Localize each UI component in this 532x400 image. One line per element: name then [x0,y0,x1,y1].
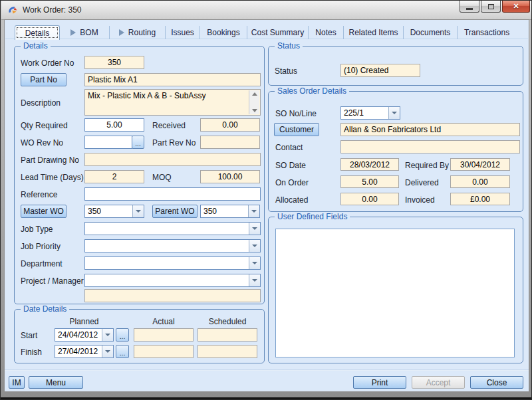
dropdown-icon [251,210,257,213]
master-wo-button[interactable]: Master WO [21,205,66,218]
department-combobox[interactable] [84,256,261,270]
master-wo-combobox[interactable]: 350 [84,205,144,218]
dropdown-icon [392,112,397,114]
close-button[interactable]: Close [470,376,523,389]
customer-button[interactable]: Customer [274,123,319,136]
status-field: (10) Created [340,64,420,77]
tab-label: Related Items [348,28,398,37]
customer-field: Allan & Son Fabricators Ltd [340,123,520,136]
description-field[interactable]: Mix - Plastic Mix A & B - SubAssy [84,89,261,116]
dropdown-button[interactable] [249,223,260,235]
job-priority-combobox[interactable] [84,239,261,252]
part-drawing-no-label: Part Drawing No [21,155,79,165]
tab-routing[interactable]: Routing [109,26,165,39]
so-date-label: SO Date [275,161,306,170]
finish-actual-field [134,345,194,358]
menu-button[interactable]: Menu [29,376,83,389]
status-group-title: Status [275,41,303,50]
minimize-button[interactable] [460,1,479,13]
parent-wo-button[interactable]: Parent WO [152,205,198,218]
tab-bookings[interactable]: Bookings [200,26,247,39]
scroll-up-icon[interactable] [252,92,257,96]
dropdown-icon [252,262,257,264]
tab-bom[interactable]: BOM [60,26,109,39]
part-no-button[interactable]: Part No [21,73,66,86]
tab-details[interactable]: Details [15,25,60,40]
finish-planned-datepicker[interactable]: 27/04/2012 [55,345,114,358]
date-details-group-title: Date Details [21,304,69,314]
start-actual-field [134,328,194,342]
dropdown-button[interactable] [388,107,400,119]
dropdown-button[interactable] [102,329,113,341]
actual-column-header: Actual [134,317,194,326]
so-no-line-label: SO No/Line [275,109,317,118]
so-no-line-combobox[interactable]: 225/1 [340,106,400,120]
tab-cost-summary[interactable]: Cost Summary [247,26,308,39]
project-manager-combobox[interactable] [84,274,261,287]
maximize-button[interactable] [481,1,501,13]
so-no-line-value: 225/1 [341,107,388,119]
wo-rev-no-browse-button[interactable]: ... [132,136,144,149]
start-browse-button[interactable]: ... [116,328,129,342]
on-order-label: On Order [275,178,309,187]
dropdown-button[interactable] [249,257,260,269]
project-manager-label: Project / Manager [21,276,84,286]
scroll-down-icon[interactable] [252,109,257,112]
dropdown-icon [105,350,110,353]
reference-input[interactable] [84,187,261,201]
allocated-label: Allocated [275,195,308,205]
description-label: Description [21,98,61,108]
tab-related-items[interactable]: Related Items [343,26,403,39]
wo-rev-no-input[interactable] [84,136,132,149]
dropdown-button[interactable] [249,274,260,286]
so-date-field: 28/03/2012 [340,158,399,171]
lead-time-label: Lead Time (Days) [21,173,84,182]
im-button[interactable]: IM [9,376,25,389]
start-planned-value: 24/04/2012 [55,329,102,341]
work-order-window: Work Order: 350 ✕ Details BOM Routing Is… [0,0,532,400]
print-button[interactable]: Print [353,376,406,389]
contact-label: Contact [275,143,303,152]
tab-notes[interactable]: Notes [308,26,343,39]
tab-arrow-icon [119,29,124,36]
required-by-label: Required By [405,161,449,170]
master-wo-value: 350 [85,205,132,217]
finish-planned-value: 27/04/2012 [55,346,102,357]
tab-issues[interactable]: Issues [165,26,200,39]
app-icon [7,5,18,15]
tab-documents[interactable]: Documents [403,26,457,39]
invoiced-field: £0.00 [450,193,510,205]
dropdown-button[interactable] [248,205,259,217]
department-label: Department [21,259,63,268]
tab-label: Issues [171,28,194,37]
close-window-button[interactable]: ✕ [502,1,530,13]
sales-order-group-title: Sales Order Details [275,86,349,96]
moq-label: MOQ [152,173,172,182]
footer-divider [5,369,529,371]
part-rev-no-label: Part Rev No [152,138,196,148]
minimize-icon [466,8,473,10]
dropdown-button[interactable] [249,240,260,252]
tab-label: Bookings [207,28,239,37]
dropdown-button[interactable] [132,205,144,217]
dropdown-button[interactable] [102,346,113,357]
planned-column-header: Planned [55,317,114,326]
tab-transactions[interactable]: Transactions [457,26,516,39]
dropdown-icon [136,210,141,213]
job-type-combobox[interactable] [84,222,261,235]
start-planned-datepicker[interactable]: 24/04/2012 [55,328,114,342]
user-defined-fields-panel [275,229,515,357]
parent-wo-value: 350 [201,205,248,217]
finish-browse-button[interactable]: ... [116,345,129,358]
accept-button[interactable]: Accept [412,376,465,389]
tab-bar: Details BOM Routing Issues Bookings Cost… [15,25,516,39]
description-scrollbar[interactable] [249,90,259,114]
tab-label: Notes [315,28,336,37]
qty-required-input[interactable]: 5.00 [84,118,144,132]
maximize-icon [488,4,494,9]
parent-wo-combobox[interactable]: 350 [200,205,260,218]
lead-time-field: 2 [84,170,144,183]
window-title: Work Order: 350 [23,5,81,15]
status-label: Status [275,66,297,76]
part-rev-no-field [200,136,260,149]
